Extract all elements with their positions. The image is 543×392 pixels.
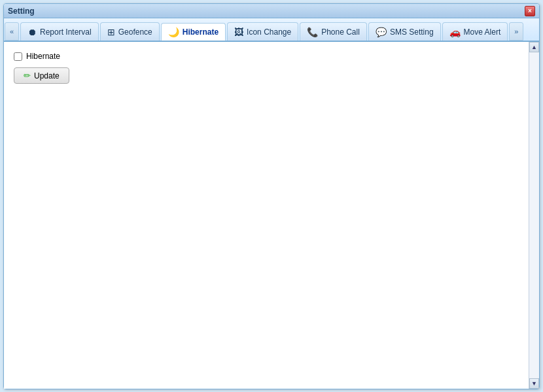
- scroll-track: [529, 52, 539, 378]
- close-button[interactable]: ×: [525, 6, 535, 16]
- settings-window: Setting × « ⏺ Report Interval ⊞ Geofence…: [3, 3, 540, 389]
- tab-report-interval[interactable]: ⏺ Report Interval: [20, 22, 99, 41]
- main-body: Hibernate ✏ Update ▲ ▼: [4, 42, 539, 389]
- hibernate-checkbox[interactable]: [14, 52, 22, 61]
- tab-scroll-left[interactable]: «: [5, 22, 19, 41]
- hibernate-checkbox-label: Hibernate: [26, 52, 60, 61]
- geofence-icon: ⊞: [107, 27, 115, 37]
- tab-icon-change[interactable]: 🖼 Icon Change: [227, 22, 298, 41]
- pencil-icon: ✏: [24, 71, 31, 80]
- update-button[interactable]: ✏ Update: [14, 67, 69, 84]
- tab-move-alert-label: Move Alert: [464, 27, 501, 37]
- update-button-label: Update: [34, 71, 60, 80]
- tab-hibernate[interactable]: 🌙 Hibernate: [161, 23, 226, 41]
- tab-geofence[interactable]: ⊞ Geofence: [100, 22, 160, 41]
- tab-icon-change-label: Icon Change: [247, 27, 291, 37]
- tab-phone-call-label: Phone Call: [321, 27, 360, 37]
- tab-phone-call[interactable]: 📞 Phone Call: [300, 22, 367, 41]
- tab-geofence-label: Geofence: [118, 27, 152, 37]
- tab-sms-setting-label: SMS Setting: [390, 27, 434, 37]
- tab-scroll-right[interactable]: »: [509, 22, 523, 41]
- tab-report-interval-label: Report Interval: [40, 27, 92, 37]
- hibernate-icon: 🌙: [168, 27, 179, 37]
- tab-hibernate-label: Hibernate: [183, 27, 219, 37]
- move-alert-icon: 🚗: [449, 27, 461, 37]
- content-area: Hibernate ✏ Update: [4, 42, 529, 389]
- window-title: Setting: [8, 7, 35, 16]
- scroll-up-arrow[interactable]: ▲: [529, 42, 539, 52]
- scroll-down-arrow[interactable]: ▼: [529, 378, 539, 389]
- tab-move-alert[interactable]: 🚗 Move Alert: [442, 22, 508, 41]
- scrollbar: ▲ ▼: [529, 42, 539, 389]
- phone-call-icon: 📞: [307, 27, 318, 37]
- report-interval-icon: ⏺: [27, 27, 37, 37]
- title-bar: Setting ×: [4, 4, 539, 18]
- hibernate-row: Hibernate: [14, 52, 519, 61]
- tab-sms-setting[interactable]: 💬 SMS Setting: [368, 22, 441, 41]
- tabs-bar: « ⏺ Report Interval ⊞ Geofence 🌙 Hiberna…: [4, 18, 539, 42]
- sms-setting-icon: 💬: [376, 27, 387, 37]
- icon-change-icon: 🖼: [234, 27, 243, 37]
